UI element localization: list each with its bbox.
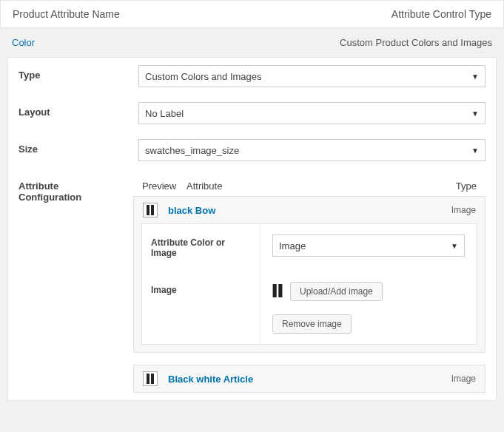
attribute-name-link[interactable]: Color bbox=[12, 37, 35, 48]
color-or-image-label: Attribute Color or Image bbox=[142, 224, 261, 271]
attribute-type-label: Image bbox=[451, 205, 476, 215]
layout-select-value: No Label bbox=[145, 108, 184, 119]
attribute-row: Black white Article Image bbox=[133, 365, 485, 393]
image-label: Image bbox=[142, 271, 261, 344]
col-preview-header: Preview bbox=[142, 180, 187, 192]
col-attribute-header: Attribute bbox=[187, 180, 432, 192]
type-select-value: Custom Colors and Images bbox=[145, 71, 262, 82]
svg-rect-4 bbox=[147, 374, 149, 384]
config-label: Attribute Configuration bbox=[8, 169, 129, 400]
chevron-down-icon: ▼ bbox=[471, 109, 479, 118]
size-select-value: swatches_image_size bbox=[145, 145, 239, 156]
swatch-preview-icon bbox=[143, 371, 158, 386]
config-row: Attribute Configuration Preview Attribut… bbox=[8, 169, 496, 400]
svg-rect-3 bbox=[278, 284, 282, 297]
form-panel: Type Custom Colors and Images ▼ Layout N… bbox=[7, 57, 497, 401]
control-type-text: Custom Product Colors and Images bbox=[340, 37, 492, 48]
attribute-detail-panel: Attribute Color or Image Image ▼ Image bbox=[141, 223, 477, 345]
svg-rect-2 bbox=[273, 284, 277, 297]
page-header: Product Attribute Name Attribute Control… bbox=[0, 0, 504, 28]
color-or-image-value: Image bbox=[279, 240, 306, 252]
attribute-type-label: Image bbox=[451, 374, 476, 384]
subheader: Color Custom Product Colors and Images bbox=[0, 28, 504, 57]
layout-label: Layout bbox=[8, 95, 134, 132]
attribute-name[interactable]: Black white Article bbox=[168, 374, 451, 385]
header-title-left: Product Attribute Name bbox=[13, 8, 120, 20]
attribute-name[interactable]: black Bow bbox=[168, 205, 451, 216]
type-select[interactable]: Custom Colors and Images ▼ bbox=[138, 65, 485, 87]
remove-image-button[interactable]: Remove image bbox=[272, 314, 352, 334]
attribute-row-header[interactable]: Black white Article Image bbox=[134, 365, 485, 392]
layout-select[interactable]: No Label ▼ bbox=[138, 102, 485, 124]
color-or-image-select[interactable]: Image ▼ bbox=[272, 234, 465, 257]
upload-image-button[interactable]: Upload/Add image bbox=[290, 282, 383, 301]
svg-rect-0 bbox=[147, 205, 149, 215]
svg-rect-5 bbox=[151, 374, 154, 384]
attribute-row: black Bow Image Attribute Color or Image… bbox=[133, 196, 485, 353]
attribute-row-header[interactable]: black Bow Image bbox=[134, 197, 485, 223]
image-thumbnail-icon bbox=[272, 284, 283, 300]
swatch-preview-icon bbox=[143, 203, 158, 217]
chevron-down-icon: ▼ bbox=[471, 72, 479, 81]
col-type-header: Type bbox=[432, 180, 477, 192]
svg-rect-1 bbox=[151, 205, 154, 215]
chevron-down-icon: ▼ bbox=[471, 146, 479, 155]
size-label: Size bbox=[8, 132, 134, 169]
chevron-down-icon: ▼ bbox=[451, 242, 458, 250]
type-label: Type bbox=[8, 58, 134, 95]
header-title-right: Attribute Control Type bbox=[392, 8, 491, 20]
size-select[interactable]: swatches_image_size ▼ bbox=[138, 139, 485, 161]
type-row: Type Custom Colors and Images ▼ bbox=[8, 58, 496, 95]
size-row: Size swatches_image_size ▼ bbox=[8, 132, 496, 169]
layout-row: Layout No Label ▼ bbox=[8, 95, 496, 132]
attr-table-head: Preview Attribute Type bbox=[133, 176, 485, 196]
